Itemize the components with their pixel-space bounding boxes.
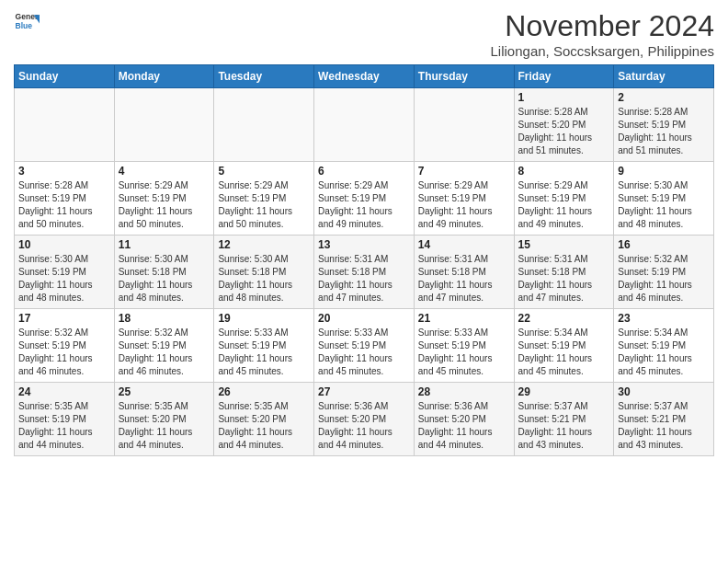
day-info: Sunrise: 5:29 AMSunset: 5:19 PMDaylight:…: [119, 179, 210, 231]
day-number: 5: [218, 165, 310, 178]
header-thursday: Thursday: [414, 65, 514, 88]
day-cell: 15Sunrise: 5:31 AMSunset: 5:18 PMDayligh…: [514, 236, 614, 309]
day-number: 7: [418, 165, 510, 178]
day-info: Sunrise: 5:36 AMSunset: 5:20 PMDaylight:…: [318, 400, 410, 452]
day-cell: 27Sunrise: 5:36 AMSunset: 5:20 PMDayligh…: [314, 383, 415, 456]
day-info: Sunrise: 5:30 AMSunset: 5:18 PMDaylight:…: [119, 253, 210, 304]
day-info: Sunrise: 5:37 AMSunset: 5:21 PMDaylight:…: [618, 400, 710, 452]
day-info: Sunrise: 5:28 AMSunset: 5:19 PMDaylight:…: [18, 179, 110, 231]
day-cell: 7Sunrise: 5:29 AMSunset: 5:19 PMDaylight…: [414, 162, 514, 236]
day-cell: 23Sunrise: 5:34 AMSunset: 5:19 PMDayligh…: [614, 309, 714, 383]
day-number: 10: [18, 238, 110, 251]
day-number: 23: [618, 312, 710, 325]
week-row-5: 24Sunrise: 5:35 AMSunset: 5:19 PMDayligh…: [15, 383, 714, 456]
day-cell: 5Sunrise: 5:29 AMSunset: 5:19 PMDaylight…: [214, 162, 314, 236]
day-number: 25: [119, 385, 210, 398]
location-subtitle: Liliongan, Soccsksargen, Philippines: [491, 43, 714, 59]
day-info: Sunrise: 5:35 AMSunset: 5:20 PMDaylight:…: [218, 400, 310, 452]
day-cell: 21Sunrise: 5:33 AMSunset: 5:19 PMDayligh…: [414, 309, 514, 383]
day-number: 18: [119, 312, 210, 325]
day-info: Sunrise: 5:31 AMSunset: 5:18 PMDaylight:…: [418, 253, 510, 304]
day-info: Sunrise: 5:33 AMSunset: 5:19 PMDaylight:…: [418, 327, 510, 378]
day-info: Sunrise: 5:36 AMSunset: 5:20 PMDaylight:…: [418, 400, 510, 452]
day-cell: [414, 88, 514, 162]
day-info: Sunrise: 5:28 AMSunset: 5:19 PMDaylight:…: [618, 106, 710, 157]
header-tuesday: Tuesday: [214, 65, 314, 88]
header-sunday: Sunday: [15, 65, 115, 88]
day-cell: 8Sunrise: 5:29 AMSunset: 5:19 PMDaylight…: [514, 162, 614, 236]
day-number: 28: [418, 385, 510, 398]
day-number: 6: [318, 165, 410, 178]
page-header: General Blue November 2024 Liliongan, So…: [14, 9, 714, 59]
day-cell: 9Sunrise: 5:30 AMSunset: 5:19 PMDaylight…: [614, 162, 714, 236]
day-number: 24: [18, 385, 110, 398]
day-number: 17: [18, 312, 110, 325]
day-number: 2: [618, 91, 710, 104]
day-number: 27: [318, 385, 410, 398]
day-info: Sunrise: 5:31 AMSunset: 5:18 PMDaylight:…: [518, 253, 610, 304]
header-friday: Friday: [514, 65, 614, 88]
day-number: 15: [518, 238, 610, 251]
calendar-header-row: SundayMondayTuesdayWednesdayThursdayFrid…: [15, 65, 714, 88]
day-cell: 6Sunrise: 5:29 AMSunset: 5:19 PMDaylight…: [314, 162, 415, 236]
day-cell: 19Sunrise: 5:33 AMSunset: 5:19 PMDayligh…: [214, 309, 314, 383]
day-number: 29: [518, 385, 610, 398]
day-cell: 24Sunrise: 5:35 AMSunset: 5:19 PMDayligh…: [15, 383, 115, 456]
day-number: 22: [518, 312, 610, 325]
day-cell: 20Sunrise: 5:33 AMSunset: 5:19 PMDayligh…: [314, 309, 415, 383]
logo: General Blue: [14, 9, 40, 35]
week-row-1: 1Sunrise: 5:28 AMSunset: 5:20 PMDaylight…: [15, 88, 714, 162]
day-number: 20: [318, 312, 410, 325]
day-number: 11: [119, 238, 210, 251]
week-row-3: 10Sunrise: 5:30 AMSunset: 5:19 PMDayligh…: [15, 236, 714, 309]
day-info: Sunrise: 5:29 AMSunset: 5:19 PMDaylight:…: [318, 179, 410, 231]
title-block: November 2024 Liliongan, Soccsksargen, P…: [491, 9, 714, 59]
day-cell: 10Sunrise: 5:30 AMSunset: 5:19 PMDayligh…: [15, 236, 115, 309]
day-cell: [214, 88, 314, 162]
day-cell: 12Sunrise: 5:30 AMSunset: 5:18 PMDayligh…: [214, 236, 314, 309]
day-number: 1: [518, 91, 610, 104]
day-number: 4: [119, 165, 210, 178]
day-info: Sunrise: 5:37 AMSunset: 5:21 PMDaylight:…: [518, 400, 610, 452]
day-number: 16: [618, 238, 710, 251]
header-wednesday: Wednesday: [314, 65, 415, 88]
day-cell: 18Sunrise: 5:32 AMSunset: 5:19 PMDayligh…: [114, 309, 214, 383]
day-info: Sunrise: 5:33 AMSunset: 5:19 PMDaylight:…: [218, 327, 310, 378]
day-number: 3: [18, 165, 110, 178]
day-info: Sunrise: 5:35 AMSunset: 5:20 PMDaylight:…: [119, 400, 210, 452]
day-number: 19: [218, 312, 310, 325]
header-monday: Monday: [114, 65, 214, 88]
day-number: 21: [418, 312, 510, 325]
day-cell: 3Sunrise: 5:28 AMSunset: 5:19 PMDaylight…: [15, 162, 115, 236]
day-cell: 14Sunrise: 5:31 AMSunset: 5:18 PMDayligh…: [414, 236, 514, 309]
day-number: 13: [318, 238, 410, 251]
day-cell: 26Sunrise: 5:35 AMSunset: 5:20 PMDayligh…: [214, 383, 314, 456]
day-info: Sunrise: 5:29 AMSunset: 5:19 PMDaylight:…: [518, 179, 610, 231]
day-info: Sunrise: 5:32 AMSunset: 5:19 PMDaylight:…: [618, 253, 710, 304]
day-info: Sunrise: 5:31 AMSunset: 5:18 PMDaylight:…: [318, 253, 410, 304]
day-cell: [15, 88, 115, 162]
day-cell: 30Sunrise: 5:37 AMSunset: 5:21 PMDayligh…: [614, 383, 714, 456]
calendar-table: SundayMondayTuesdayWednesdayThursdayFrid…: [14, 64, 714, 456]
day-cell: 25Sunrise: 5:35 AMSunset: 5:20 PMDayligh…: [114, 383, 214, 456]
day-info: Sunrise: 5:33 AMSunset: 5:19 PMDaylight:…: [318, 327, 410, 378]
day-info: Sunrise: 5:35 AMSunset: 5:19 PMDaylight:…: [18, 400, 110, 452]
week-row-4: 17Sunrise: 5:32 AMSunset: 5:19 PMDayligh…: [15, 309, 714, 383]
day-cell: 11Sunrise: 5:30 AMSunset: 5:18 PMDayligh…: [114, 236, 214, 309]
day-info: Sunrise: 5:29 AMSunset: 5:19 PMDaylight:…: [218, 179, 310, 231]
day-number: 14: [418, 238, 510, 251]
day-cell: 28Sunrise: 5:36 AMSunset: 5:20 PMDayligh…: [414, 383, 514, 456]
day-info: Sunrise: 5:32 AMSunset: 5:19 PMDaylight:…: [18, 327, 110, 378]
logo-icon: General Blue: [14, 9, 40, 35]
day-cell: 2Sunrise: 5:28 AMSunset: 5:19 PMDaylight…: [614, 88, 714, 162]
day-info: Sunrise: 5:30 AMSunset: 5:19 PMDaylight:…: [18, 253, 110, 304]
day-info: Sunrise: 5:32 AMSunset: 5:19 PMDaylight:…: [119, 327, 210, 378]
day-info: Sunrise: 5:28 AMSunset: 5:20 PMDaylight:…: [518, 106, 610, 157]
day-info: Sunrise: 5:34 AMSunset: 5:19 PMDaylight:…: [518, 327, 610, 378]
day-cell: 1Sunrise: 5:28 AMSunset: 5:20 PMDaylight…: [514, 88, 614, 162]
day-info: Sunrise: 5:30 AMSunset: 5:19 PMDaylight:…: [618, 179, 710, 231]
day-cell: 16Sunrise: 5:32 AMSunset: 5:19 PMDayligh…: [614, 236, 714, 309]
month-title: November 2024: [491, 9, 714, 43]
day-cell: 29Sunrise: 5:37 AMSunset: 5:21 PMDayligh…: [514, 383, 614, 456]
day-number: 12: [218, 238, 310, 251]
